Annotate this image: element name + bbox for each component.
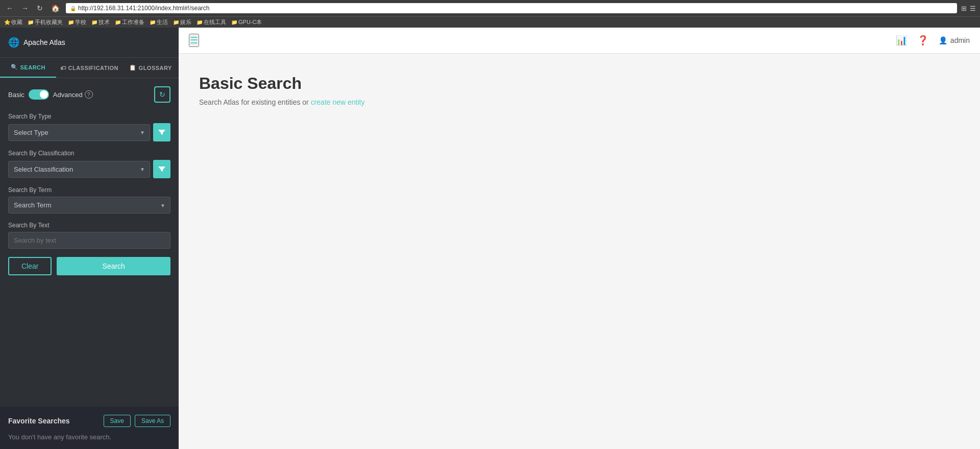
app-container: 🌐 Apache Atlas 🔍 SEARCH 🏷 CLASSIFICATION… — [0, 28, 980, 449]
sidebar-tab-classification[interactable]: 🏷 CLASSIFICATION — [56, 58, 122, 78]
favorites-header: Favorite Searches Save Save As — [8, 415, 170, 427]
globe-icon: 🌐 — [8, 37, 19, 48]
extensions-button[interactable]: ⊞ — [961, 5, 967, 12]
address-bar[interactable]: 🔒 http://192.168.31.141:21000/index.html… — [66, 3, 957, 13]
toolbar-right: ⊞ ☰ — [961, 5, 976, 12]
sidebar-tab-glossary[interactable]: 📋 GLOSSARY — [122, 58, 179, 78]
user-menu[interactable]: 👤 admin — [939, 36, 970, 44]
bookmark-mobile[interactable]: 📁 手机收藏夹 — [28, 18, 63, 26]
search-tab-label: SEARCH — [20, 64, 45, 70]
term-dropdown-wrapper: Search Term — [8, 197, 170, 214]
forward-button[interactable]: → — [19, 3, 31, 13]
bookmark-tech[interactable]: 📁 技术 — [91, 18, 110, 26]
classification-tab-label: CLASSIFICATION — [68, 65, 118, 71]
bookmark-life[interactable]: 📁 生活 — [150, 18, 168, 26]
advanced-label-text: Advanced — [53, 91, 83, 99]
sidebar: 🌐 Apache Atlas 🔍 SEARCH 🏷 CLASSIFICATION… — [0, 28, 179, 449]
navbar-right: 📊 ❓ 👤 admin — [896, 35, 970, 46]
search-by-term-section: Search By Term Search Term — [8, 186, 170, 214]
bookmark-work[interactable]: 📁 工作准备 — [115, 18, 144, 26]
type-filter-button[interactable] — [153, 123, 170, 141]
home-button[interactable]: 🏠 — [49, 3, 62, 13]
type-select[interactable]: Select Type — [8, 124, 150, 141]
toggle-left: Basic Advanced ? — [8, 89, 93, 100]
bookmarks-bar: ⭐ 收藏 📁 手机收藏夹 📁 学校 📁 技术 📁 工作准备 📁 生活 📁 娱乐 … — [0, 16, 980, 28]
search-button[interactable]: Search — [57, 257, 170, 275]
favorites-title: Favorite Searches — [8, 417, 100, 425]
filter-icon — [158, 129, 165, 136]
refresh-button[interactable]: ↻ — [35, 3, 45, 13]
search-by-classification-label: Search By Classification — [8, 150, 170, 157]
search-page-content: Basic Search Search Atlas for existing e… — [179, 54, 980, 127]
classification-select-row: Select Classification — [8, 160, 170, 178]
classification-select[interactable]: Select Classification — [8, 161, 150, 178]
main-content: ☰ 📊 ❓ 👤 admin Basic Search Search Atlas … — [179, 28, 980, 449]
save-as-button[interactable]: Save As — [135, 415, 170, 427]
user-icon: 👤 — [939, 36, 947, 44]
search-by-term-label: Search By Term — [8, 186, 170, 194]
search-by-classification-section: Search By Classification Select Classifi… — [8, 150, 170, 178]
search-tab-icon: 🔍 — [11, 64, 18, 70]
basic-label: Basic — [8, 91, 24, 99]
sidebar-tabs: 🔍 SEARCH 🏷 CLASSIFICATION 📋 GLOSSARY — [0, 58, 179, 78]
bookmark-star[interactable]: ⭐ 收藏 — [4, 18, 22, 26]
sidebar-header: 🌐 Apache Atlas — [0, 28, 179, 58]
bookmark-school[interactable]: 📁 学校 — [68, 18, 86, 26]
lock-icon: 🔒 — [70, 6, 76, 11]
search-by-type-section: Search By Type Select Type — [8, 113, 170, 141]
search-button-row: Clear Search — [8, 257, 170, 275]
term-select[interactable]: Search Term — [8, 197, 170, 214]
chart-icon[interactable]: 📊 — [896, 35, 907, 46]
favorites-empty-message: You don't have any favorite search. — [8, 433, 170, 441]
browser-chrome: ← → ↻ 🏠 🔒 http://192.168.31.141:21000/in… — [0, 0, 980, 16]
bookmark-tools[interactable]: 📁 在线工具 — [197, 18, 226, 26]
hamburger-menu-button[interactable]: ☰ — [189, 34, 199, 47]
sidebar-form: Basic Advanced ? ↻ Search By Type — [0, 78, 179, 403]
subtitle-text: Search Atlas for existing entities or — [199, 98, 309, 106]
bookmark-entertainment[interactable]: 📁 娱乐 — [173, 18, 191, 26]
username: admin — [950, 36, 970, 44]
page-title: Basic Search — [199, 74, 960, 93]
glossary-tab-label: GLOSSARY — [139, 65, 172, 71]
search-by-text-label: Search By Text — [8, 222, 170, 229]
menu-button[interactable]: ☰ — [970, 5, 976, 12]
bookmark-gpu[interactable]: 📁 GPU-C本 — [231, 18, 262, 26]
favorites-section: Favorite Searches Save Save As You don't… — [0, 407, 179, 449]
address-text: http://192.168.31.141:21000/index.html#!… — [78, 5, 210, 12]
search-mode-toggle-row: Basic Advanced ? ↻ — [8, 86, 170, 103]
type-select-row: Select Type — [8, 123, 170, 141]
create-new-entity-link[interactable]: create new entity — [311, 98, 365, 106]
classification-tab-icon: 🏷 — [60, 65, 66, 71]
search-by-type-label: Search By Type — [8, 113, 170, 120]
type-dropdown-wrapper: Select Type — [8, 124, 150, 141]
top-navbar: ☰ 📊 ❓ 👤 admin — [179, 28, 980, 54]
classification-dropdown-wrapper: Select Classification — [8, 161, 150, 178]
sidebar-tab-search[interactable]: 🔍 SEARCH — [0, 58, 56, 78]
app-logo: 🌐 Apache Atlas — [8, 37, 65, 48]
clear-button[interactable]: Clear — [8, 257, 52, 275]
filter-icon-2 — [158, 166, 165, 173]
help-icon[interactable]: ? — [85, 90, 93, 99]
search-text-input[interactable] — [8, 232, 170, 249]
help-nav-icon[interactable]: ❓ — [917, 35, 928, 46]
advanced-label-group: Advanced ? — [53, 90, 93, 99]
search-by-text-section: Search By Text — [8, 222, 170, 249]
glossary-tab-icon: 📋 — [129, 64, 137, 71]
app-title: Apache Atlas — [23, 38, 65, 46]
save-button[interactable]: Save — [104, 415, 131, 427]
refresh-search-button[interactable]: ↻ — [154, 86, 170, 103]
mode-toggle-switch[interactable] — [29, 89, 49, 100]
page-subtitle: Search Atlas for existing entities or cr… — [199, 98, 960, 106]
classification-filter-button[interactable] — [153, 160, 170, 178]
back-button[interactable]: ← — [4, 3, 15, 13]
toggle-knob — [40, 90, 48, 99]
